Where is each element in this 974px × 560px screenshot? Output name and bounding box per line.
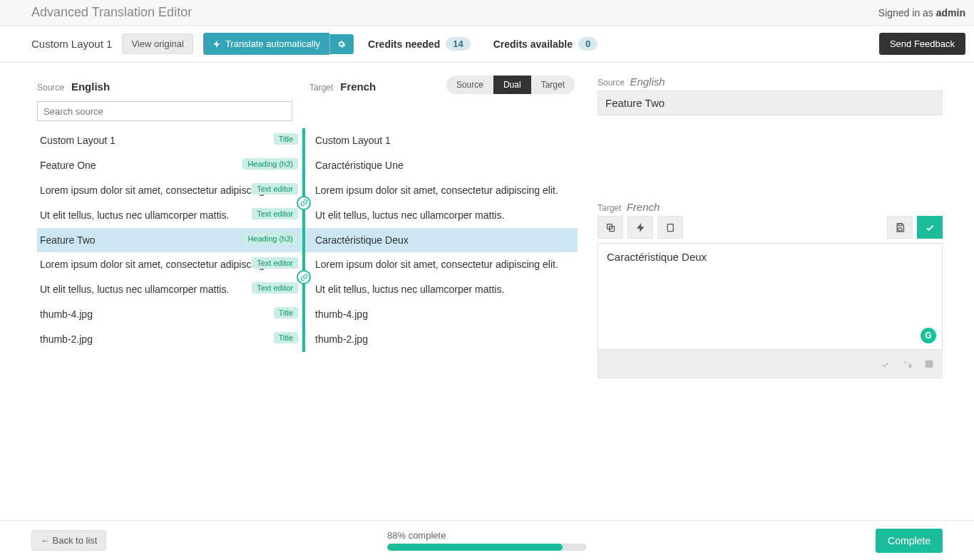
target-text: Ut elit tellus, luctus nec ullamcorper m… — [315, 209, 504, 222]
target-cell[interactable]: Custom Layout 1 — [302, 128, 578, 153]
source-cell[interactable]: Custom Layout 1Title — [37, 128, 302, 153]
link-icon[interactable] — [297, 270, 311, 284]
translate-settings-button[interactable] — [329, 34, 354, 54]
target-cell[interactable]: Ut elit tellus, luctus nec ullamcorper m… — [302, 203, 578, 228]
target-text: Lorem ipsum dolor sit amet, consectetur … — [315, 258, 558, 271]
view-original-button[interactable]: View original — [122, 33, 193, 54]
field-type-badge: Text editor — [252, 282, 298, 294]
save-icon — [895, 222, 906, 233]
search-input[interactable] — [37, 101, 292, 121]
back-to-list-button[interactable]: ← Back to list — [31, 530, 106, 551]
target-toolbar — [598, 216, 943, 239]
toolbar: Custom Layout 1 View original Translate … — [0, 26, 974, 63]
credits-available-label: Credits available — [493, 38, 573, 50]
layout-icon[interactable] — [923, 358, 935, 370]
source-cell[interactable]: Feature OneHeading (h3) — [37, 153, 302, 178]
panel-target-label: Target — [598, 203, 621, 213]
credits-needed-label: Credits needed — [368, 38, 440, 50]
check-icon — [925, 222, 935, 233]
target-lang-block: Target French — [309, 81, 376, 93]
save-button[interactable] — [887, 216, 913, 239]
bolt-icon — [212, 40, 221, 48]
progress-label: 88% complete — [387, 530, 587, 541]
source-text: Ut elit tellus, luctus nec ullamcorper m… — [40, 283, 229, 296]
svg-rect-2 — [898, 223, 902, 225]
field-type-badge: Title — [274, 332, 298, 343]
translation-row[interactable]: Lorem ipsum dolor sit amet, consectetur … — [37, 178, 578, 203]
panel-target-title: Target French — [598, 201, 943, 213]
field-type-badge: Title — [274, 307, 298, 318]
panel-source-title: Source English — [598, 76, 943, 88]
translation-rows: Custom Layout 1TitleCustom Layout 1Featu… — [37, 128, 578, 352]
view-toggle-target[interactable]: Target — [531, 76, 575, 94]
target-editor-text: Caractéristique Deux — [607, 251, 707, 263]
source-cell[interactable]: thumb-4.jpgTitle — [37, 302, 302, 327]
spellcheck-icon[interactable] — [881, 358, 892, 370]
translation-row[interactable]: Custom Layout 1TitleCustom Layout 1 — [37, 128, 578, 153]
gear-icon — [337, 40, 346, 48]
glossary-button[interactable] — [657, 216, 683, 239]
translation-row[interactable]: Lorem ipsum dolor sit amet, consectetur … — [37, 252, 578, 277]
translation-row[interactable]: thumb-2.jpgTitlethumb-2.jpg — [37, 327, 578, 352]
target-text: Caractéristique Deux — [315, 234, 409, 247]
footer: ← Back to list 88% complete Complete — [0, 520, 974, 560]
auto-translate-button[interactable] — [627, 216, 653, 239]
source-cell[interactable]: thumb-2.jpgTitle — [37, 327, 302, 352]
source-cell[interactable]: Feature TwoHeading (h3) — [37, 228, 302, 253]
target-cell[interactable]: Lorem ipsum dolor sit amet, consectetur … — [302, 178, 578, 203]
source-text: Lorem ipsum dolor sit amet, consectetur … — [40, 184, 283, 197]
translate-icon[interactable] — [902, 358, 913, 370]
link-icon[interactable] — [297, 196, 311, 210]
view-toggle-source[interactable]: Source — [446, 76, 493, 94]
translate-automatically-button[interactable]: Translate automatically — [203, 33, 329, 55]
source-cell[interactable]: Lorem ipsum dolor sit amet, consectetur … — [37, 252, 302, 277]
target-cell[interactable]: Caractéristique Deux — [302, 228, 578, 253]
field-type-badge: Text editor — [252, 208, 298, 219]
source-cell[interactable]: Ut elit tellus, luctus nec ullamcorper m… — [37, 203, 302, 228]
svg-rect-4 — [926, 360, 933, 368]
source-cell[interactable]: Ut elit tellus, luctus nec ullamcorper m… — [37, 277, 302, 302]
source-cell[interactable]: Lorem ipsum dolor sit amet, consectetur … — [37, 178, 302, 203]
search-wrap — [37, 101, 292, 121]
source-text: thumb-4.jpg — [40, 308, 93, 321]
view-toggle-dual[interactable]: Dual — [493, 76, 531, 94]
send-feedback-button[interactable]: Send Feedback — [879, 33, 965, 55]
source-text: Ut elit tellus, luctus nec ullamcorper m… — [40, 209, 229, 222]
target-text: Custom Layout 1 — [315, 134, 391, 147]
target-text: Caractéristique Une — [315, 159, 404, 172]
panel-target-lang: French — [627, 201, 660, 213]
signed-in-prefix: Signed in as — [878, 7, 936, 19]
app-header: Advanced Translation Editor Signed in as… — [0, 0, 974, 26]
target-editor[interactable]: Caractéristique Deux G — [598, 243, 943, 350]
language-row: Source English Target French Source Dual… — [37, 76, 578, 97]
target-text: thumb-2.jpg — [315, 333, 368, 346]
credits-available: Credits available 0 — [493, 37, 598, 51]
target-cell[interactable]: Caractéristique Une — [302, 153, 578, 178]
confirm-button[interactable] — [917, 216, 943, 239]
field-type-badge: Heading (h3) — [242, 233, 298, 244]
translation-row[interactable]: Feature OneHeading (h3)Caractéristique U… — [37, 153, 578, 178]
translate-auto-label: Translate automatically — [225, 38, 320, 49]
copy-source-button[interactable] — [598, 216, 623, 239]
target-cell[interactable]: Ut elit tellus, luctus nec ullamcorper m… — [302, 277, 578, 302]
target-text: thumb-4.jpg — [315, 308, 368, 321]
source-language: English — [71, 81, 110, 93]
panel-source-label: Source — [598, 78, 625, 88]
source-lang-block: Source English — [37, 81, 302, 93]
translation-row[interactable]: thumb-4.jpgTitlethumb-4.jpg — [37, 302, 578, 327]
target-cell[interactable]: thumb-4.jpg — [302, 302, 578, 327]
target-cell[interactable]: Lorem ipsum dolor sit amet, consectetur … — [302, 252, 578, 277]
credits-needed: Credits needed 14 — [368, 37, 471, 51]
progress-bar — [387, 544, 587, 551]
progress: 88% complete — [387, 530, 587, 551]
grammarly-icon[interactable]: G — [921, 328, 936, 343]
source-text: Feature One — [40, 159, 96, 172]
svg-rect-3 — [898, 228, 902, 231]
target-text: Ut elit tellus, luctus nec ullamcorper m… — [315, 283, 504, 296]
source-text: thumb-2.jpg — [40, 333, 93, 346]
book-icon — [665, 222, 676, 233]
complete-button[interactable]: Complete — [876, 529, 943, 553]
translation-row[interactable]: Feature TwoHeading (h3)Caractéristique D… — [37, 228, 578, 253]
target-cell[interactable]: thumb-2.jpg — [302, 327, 578, 352]
view-toggle: Source Dual Target — [446, 76, 575, 94]
